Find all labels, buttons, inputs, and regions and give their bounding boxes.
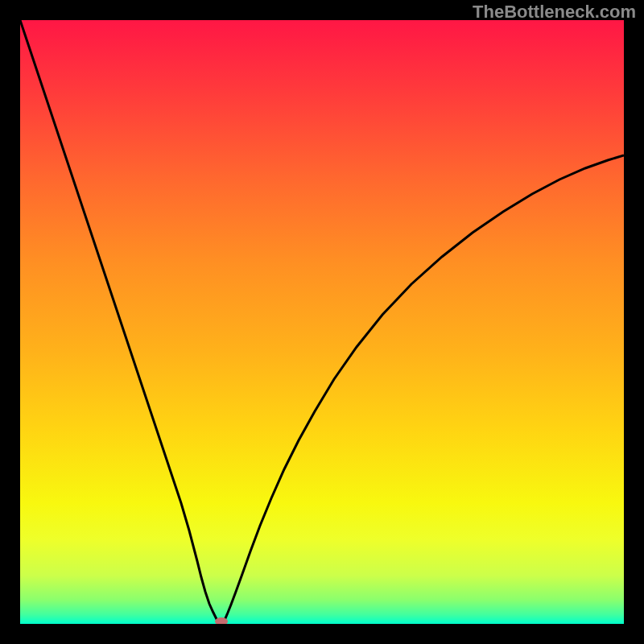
chart-svg (20, 20, 624, 624)
chart-background (20, 20, 624, 624)
watermark-text: TheBottleneck.com (473, 2, 636, 23)
chart-canvas (20, 20, 624, 624)
